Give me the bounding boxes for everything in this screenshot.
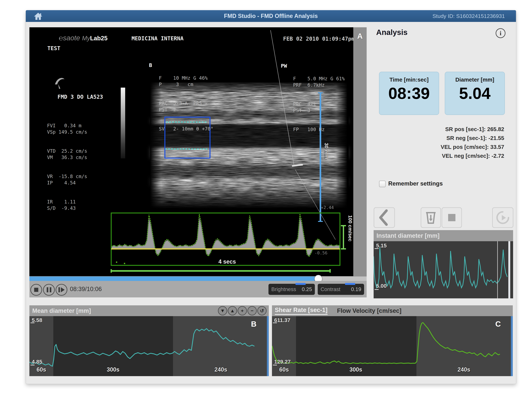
time-label: Time [min:sec] — [379, 76, 439, 83]
mean-ymax-tick — [31, 322, 35, 323]
play-circle-icon — [496, 210, 510, 225]
shear-rate-scrollbar[interactable] — [511, 316, 513, 376]
instant-ymin-tick — [374, 289, 379, 290]
sweep-duration-label: 4 secs — [210, 258, 245, 265]
analysis-title: Analysis — [376, 28, 407, 37]
mean-diameter-scrollbar[interactable] — [267, 316, 269, 376]
shear-segment-300s: 300s — [343, 366, 368, 373]
diameter-value: 5.04 — [445, 84, 505, 103]
study-id: Study ID: S160324151236931 — [432, 13, 505, 19]
panel-b-label: B — [251, 320, 257, 328]
patient-name: TEST — [47, 45, 60, 51]
shear-ymax-tick — [273, 322, 277, 323]
shear-segment-240s: 240s — [451, 366, 476, 373]
diameter-label: Diameter [mm] — [445, 76, 505, 83]
mean-segment-240s: 240s — [208, 366, 234, 373]
panel-a-strip: A — [353, 27, 367, 276]
pan-up-button[interactable]: ▲ — [228, 306, 237, 315]
far-wall-track-dots — [165, 148, 208, 149]
trash-down-icon — [424, 211, 437, 224]
exam-datetime: FEB 02 2010 01:09:47pm — [283, 36, 355, 42]
doppler-baseline — [111, 248, 340, 249]
shear-rate-chart — [272, 316, 513, 376]
remember-settings-checkbox[interactable] — [379, 181, 386, 187]
brightness-label: Brightness — [271, 286, 296, 292]
time-value: 08:39 — [379, 84, 439, 103]
zoom-out-button[interactable]: − — [247, 306, 257, 315]
instant-diameter-title: Instant diameter [mm] — [376, 232, 440, 239]
pause-button[interactable] — [43, 284, 55, 296]
panel-a-label: A — [353, 32, 367, 40]
grayscale-bar — [121, 88, 125, 158]
contrast-label: Contrast — [321, 286, 340, 292]
playback-progress-fill — [29, 277, 318, 281]
velocity-scale-label: 100 cm/sec — [347, 215, 353, 260]
diameter-display-box: Diameter [mm] 5.04 — [445, 72, 505, 115]
preset-name: FMD 3 DO LA523 — [57, 94, 103, 100]
analysis-stats: SR pos [sec-1]: 265.82 SR neg [sec-1]: -… — [389, 125, 504, 160]
depth-scale-label: 30 mm — [323, 143, 329, 173]
shear-ymin-tick — [273, 365, 277, 365]
zoom-in-button[interactable]: + — [238, 306, 247, 315]
contrast-slider-thumb[interactable] — [345, 283, 355, 285]
model-name: Lab25 — [90, 35, 108, 42]
stat-sr-pos: SR pos [sec-1]: 265.82 — [389, 125, 504, 134]
pw-params-label: PW — [281, 63, 287, 69]
vendor-logo: ℮saote MyLab25 — [59, 34, 108, 42]
sweep-duration-bar — [111, 270, 330, 272]
titlebar: FMD Studio - FMD Offline Analysis Study … — [26, 10, 516, 22]
shear-rate-header: Shear Rate [sec-1] Flow Velocity [cm/sec… — [272, 305, 513, 316]
chevron-left-icon — [375, 208, 394, 227]
contrast-value: 0.19 — [351, 286, 361, 292]
doppler-min-value: -0.56 — [315, 250, 327, 255]
brightness-value: 0.25 — [302, 286, 312, 292]
step-forward-button[interactable] — [56, 284, 67, 296]
tab-shear-rate[interactable]: Shear Rate [sec-1] — [275, 307, 328, 315]
bmode-params-label: B — [149, 62, 152, 68]
reset-view-button[interactable]: ↺ — [257, 306, 266, 315]
contrast-control[interactable]: Contrast 0.19 — [318, 284, 364, 295]
previous-button[interactable] — [374, 207, 395, 228]
doppler-analysis-box — [111, 213, 340, 265]
instant-ymax-label: 5.15 — [376, 242, 387, 249]
instant-ymax-tick — [374, 248, 379, 249]
velocity-envelope-trace — [111, 214, 340, 257]
probe-orientation-icon — [53, 74, 66, 90]
department: MEDICINA INTERNA — [132, 35, 184, 42]
pw-params: F 5.0 MHz G 61%PRF 6.7kHz PRC 4-1PST 3 F… — [293, 63, 345, 139]
tab-flow-velocity[interactable]: Flow Velocity [cm/sec] — [337, 307, 401, 314]
mean-segment-300s: 300s — [100, 366, 126, 373]
mean-ymin-tick — [31, 365, 35, 365]
mean-diameter-header: Mean diameter [mm] ▼ ▲ + − ↺ — [29, 305, 269, 316]
model-prefix: My — [82, 35, 90, 42]
info-icon[interactable]: i — [496, 28, 506, 38]
instant-diameter-header: Instant diameter [mm] — [374, 230, 513, 241]
stop-analysis-button[interactable] — [442, 207, 462, 228]
mean-ymin-label: 4.85 — [32, 359, 42, 365]
pause-icon — [47, 287, 51, 292]
doppler-max-value: +2.44 — [321, 205, 334, 210]
time-display-box: Time [min:sec] 08:39 — [379, 72, 439, 115]
stat-sr-neg: SR neg [sec-1]: -21.55 — [389, 134, 504, 142]
study-id-value: S160324151236931 — [456, 13, 505, 19]
pan-down-button[interactable]: ▼ — [218, 306, 227, 315]
brightness-control[interactable]: Brightness 0.25 — [268, 284, 315, 295]
shear-ymin-label: 129.27 — [274, 359, 291, 365]
mean-diameter-title: Mean diameter [mm] — [32, 307, 91, 314]
brightness-slider-thumb[interactable] — [296, 283, 306, 285]
instant-diameter-chart — [374, 241, 513, 298]
vendor-logo-text: ℮saote — [59, 34, 80, 42]
instant-ymin-label: 5.00 — [376, 283, 387, 289]
bmode-params: F 10 MHz G 46%P 3 cm PRC 5-3-A PRS -PST … — [159, 62, 213, 138]
stat-vel-pos: VEL pos [cm/sec]: 33.57 — [389, 142, 504, 151]
doppler-measurements: FVI 0.34 mVSp 149.5 cm/s VTD 25.2 cm/sVM… — [47, 110, 87, 218]
mean-diameter-toolbar: ▼ ▲ + − ↺ — [217, 306, 266, 315]
study-id-label: Study ID: — [432, 13, 455, 19]
stop-square-icon — [448, 214, 456, 221]
discard-button[interactable] — [421, 207, 441, 228]
resume-button[interactable] — [492, 207, 513, 228]
velocity-scale-bar — [343, 226, 344, 249]
remember-settings-label: Remember settings — [388, 180, 443, 187]
stat-vel-neg: VEL neg [cm/sec]: -2.72 — [389, 151, 504, 160]
stop-button[interactable] — [30, 284, 42, 296]
